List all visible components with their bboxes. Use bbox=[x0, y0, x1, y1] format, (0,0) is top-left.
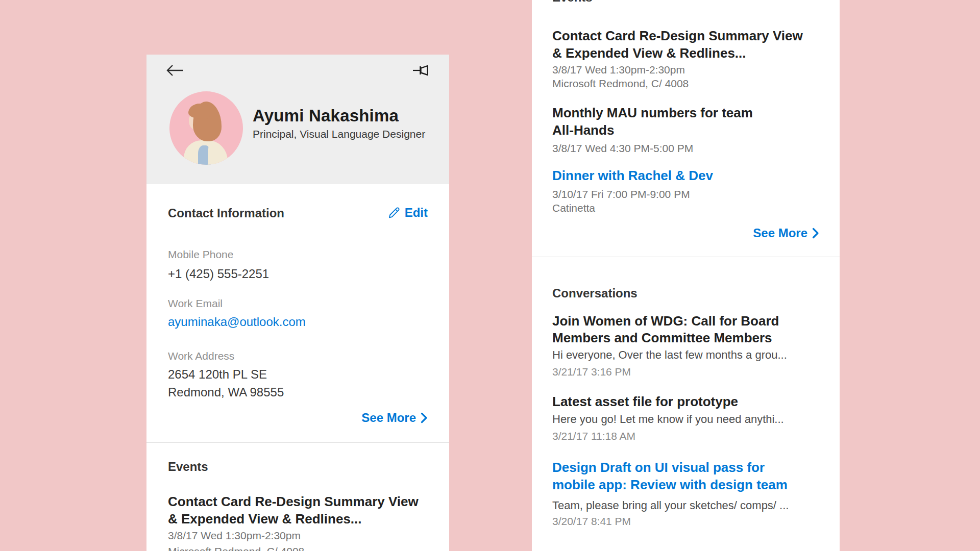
event-location: Catinetta bbox=[552, 201, 595, 215]
section-divider bbox=[532, 257, 840, 257]
contact-info-header-row: Contact Information Edit bbox=[146, 205, 449, 222]
edit-label: Edit bbox=[405, 205, 428, 221]
contact-card-header: Ayumi Nakashima Principal, Visual Langua… bbox=[146, 55, 449, 184]
event-time: 3/10/17 Fri 7:00 PM-9:00 PM bbox=[552, 187, 690, 201]
chevron-right-icon bbox=[421, 412, 428, 423]
back-arrow-icon bbox=[165, 63, 185, 78]
conversation-subject-line: Join Women of WDG: Call for Board bbox=[552, 313, 779, 330]
field-value-work-address: 2654 120th PL SE Redmond, WA 98555 bbox=[168, 365, 284, 401]
chevron-right-icon bbox=[812, 228, 819, 239]
conversation-preview: Hi everyone, Over the last few months a … bbox=[552, 348, 787, 362]
event-title-line: & Expended View & Redlines... bbox=[552, 44, 803, 62]
detail-panel: Events Contact Card Re-Design Summary Vi… bbox=[532, 0, 840, 551]
event-title-line: Contact Card Re-Design Summary View bbox=[552, 27, 803, 44]
event-title-line: Monthly MAU numbers for team bbox=[552, 104, 753, 121]
events-see-more-link[interactable]: See More bbox=[753, 226, 819, 241]
email-link[interactable]: ayuminaka@outlook.com bbox=[168, 315, 306, 329]
see-more-label: See More bbox=[753, 226, 807, 241]
contact-card: Ayumi Nakashima Principal, Visual Langua… bbox=[146, 55, 449, 551]
back-button[interactable] bbox=[165, 63, 185, 79]
section-divider bbox=[146, 442, 449, 443]
contact-info-heading: Contact Information bbox=[168, 206, 284, 221]
conversation-subject-link[interactable]: Design Draft on UI visual pass for mobil… bbox=[552, 459, 788, 493]
contact-see-more-link[interactable]: See More bbox=[361, 410, 428, 425]
event-location: Microsoft Redmond, C/ 4008 bbox=[552, 77, 689, 90]
event-time: 3/8/17 Wed 1:30pm-2:30pm bbox=[168, 529, 301, 542]
events-heading: Events bbox=[552, 0, 593, 5]
event-title-line: Contact Card Re-Design Summary View bbox=[168, 493, 419, 510]
edit-button[interactable]: Edit bbox=[388, 205, 428, 221]
contact-name: Ayumi Nakashima bbox=[253, 106, 425, 126]
event-title-line: & Expended View & Redlines... bbox=[168, 510, 419, 528]
identity-block: Ayumi Nakashima Principal, Visual Langua… bbox=[253, 106, 425, 141]
see-more-label: See More bbox=[361, 410, 416, 425]
avatar bbox=[169, 91, 243, 165]
avatar-bangs bbox=[188, 104, 210, 119]
event-location: Microsoft Redmond, C/ 4008 bbox=[168, 544, 304, 551]
event-title-line: All-Hands bbox=[552, 121, 753, 139]
conversation-subject-line: Design Draft on UI visual pass for bbox=[552, 459, 788, 476]
contact-job-title: Principal, Visual Language Designer bbox=[253, 127, 425, 141]
pencil-icon bbox=[388, 207, 400, 219]
pin-button[interactable] bbox=[411, 63, 436, 79]
address-line-1: 2654 120th PL SE bbox=[168, 365, 284, 383]
field-value-mobile-phone: +1 (425) 555-2251 bbox=[168, 266, 269, 282]
event-title-link[interactable]: Dinner with Rachel & Dev bbox=[552, 167, 713, 184]
field-value-work-email: ayuminaka@outlook.com bbox=[168, 314, 306, 330]
field-label-mobile-phone: Mobile Phone bbox=[168, 247, 233, 261]
field-label-work-address: Work Address bbox=[168, 349, 234, 363]
conversation-timestamp: 3/20/17 8:41 PM bbox=[552, 514, 631, 528]
conversation-subject-line: mobile app: Review with design team bbox=[552, 476, 788, 493]
conversation-subject-line: Latest asset file for prototype bbox=[552, 393, 738, 410]
conversation-subject-line: Members and Committee Members bbox=[552, 330, 779, 346]
event-time: 3/8/17 Wed 1:30pm-2:30pm bbox=[552, 63, 685, 77]
address-line-2: Redmond, WA 98555 bbox=[168, 383, 284, 401]
conversations-heading: Conversations bbox=[552, 286, 638, 301]
field-label-work-email: Work Email bbox=[168, 296, 223, 310]
conversation-preview: Team, please bring all your sketches/ co… bbox=[552, 498, 789, 513]
avatar-lapel bbox=[208, 142, 216, 165]
conversation-timestamp: 3/21/17 11:18 AM bbox=[552, 429, 635, 443]
conversation-timestamp: 3/21/17 3:16 PM bbox=[552, 365, 631, 379]
conversation-preview: Here you go! Let me know if you need any… bbox=[552, 412, 784, 427]
event-time: 3/8/17 Wed 4:30 PM-5:00 PM bbox=[552, 141, 693, 155]
pin-icon bbox=[412, 63, 435, 78]
events-heading: Events bbox=[168, 459, 208, 474]
